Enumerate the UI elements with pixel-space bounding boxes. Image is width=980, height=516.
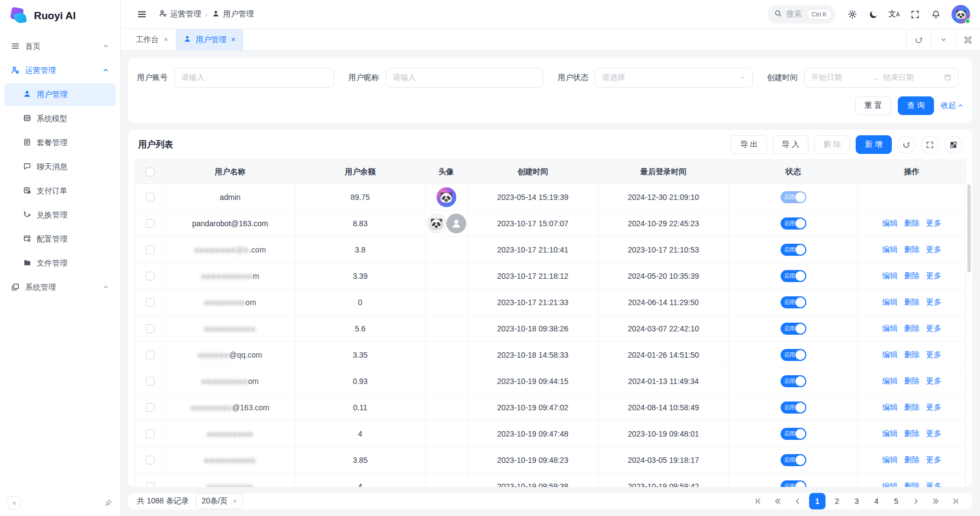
- delete-link[interactable]: 删除: [904, 455, 920, 465]
- account-input[interactable]: 请输入: [174, 68, 334, 88]
- delete-link[interactable]: 删除: [904, 376, 920, 386]
- settings-gear-icon[interactable]: [843, 5, 862, 24]
- status-toggle[interactable]: 启用: [781, 217, 806, 230]
- hamburger-menu-icon[interactable]: [133, 5, 151, 24]
- page-number-button[interactable]: 4: [868, 493, 885, 509]
- add-button[interactable]: 新 增: [856, 135, 892, 154]
- reset-button[interactable]: 重 置: [855, 96, 891, 115]
- notifications-bell-icon[interactable]: [926, 5, 945, 24]
- page-number-button[interactable]: 5: [888, 493, 904, 509]
- delete-link[interactable]: 删除: [904, 245, 920, 255]
- refresh-icon[interactable]: [906, 29, 931, 50]
- page-number-button[interactable]: 1: [809, 493, 826, 509]
- table-fullscreen-icon[interactable]: [921, 136, 939, 154]
- edit-link[interactable]: 编辑: [882, 455, 898, 465]
- column-settings-icon[interactable]: [944, 136, 962, 154]
- close-icon[interactable]: ✕: [231, 36, 236, 43]
- more-link[interactable]: 更多: [926, 297, 942, 307]
- page-number-button[interactable]: 3: [849, 493, 865, 509]
- row-checkbox[interactable]: [146, 245, 154, 254]
- import-button[interactable]: 导 入: [772, 135, 809, 154]
- breadcrumb-parent[interactable]: 运营管理: [159, 9, 201, 19]
- status-toggle[interactable]: 启用: [781, 454, 806, 466]
- delete-link[interactable]: 删除: [904, 350, 920, 360]
- status-select[interactable]: 请选择: [595, 68, 753, 88]
- edit-link[interactable]: 编辑: [882, 403, 898, 412]
- user-avatar[interactable]: 🐼: [952, 5, 970, 24]
- status-toggle[interactable]: 启用: [781, 296, 806, 308]
- sidebar-item-config-mgmt[interactable]: 配置管理: [4, 228, 116, 251]
- sidebar-item-user-mgmt[interactable]: 用户管理: [4, 83, 116, 106]
- date-range-picker[interactable]: 开始日期 → 结束日期: [804, 68, 959, 88]
- edit-link[interactable]: 编辑: [882, 429, 898, 439]
- search-button[interactable]: 查 询: [898, 96, 934, 115]
- sidebar-collapse-button[interactable]: «: [8, 496, 21, 509]
- sidebar-item-system-model[interactable]: 系统模型: [4, 107, 116, 130]
- row-checkbox[interactable]: [146, 403, 154, 412]
- more-link[interactable]: 更多: [926, 324, 942, 334]
- status-toggle[interactable]: 启用: [781, 191, 806, 203]
- sidebar-item-ops[interactable]: 运营管理: [4, 59, 116, 82]
- first-page-button[interactable]: [750, 493, 766, 509]
- delete-link[interactable]: 删除: [904, 324, 920, 334]
- row-checkbox[interactable]: [146, 272, 154, 280]
- prev-page-button[interactable]: [789, 493, 806, 509]
- delete-link[interactable]: 删除: [904, 297, 920, 307]
- more-link[interactable]: 更多: [926, 376, 942, 386]
- sidebar-item-exchange-mgmt[interactable]: 兑换管理: [4, 204, 116, 227]
- pin-icon[interactable]: [105, 499, 112, 507]
- global-search[interactable]: 搜索 Ctrl K: [767, 5, 836, 24]
- edit-link[interactable]: 编辑: [882, 245, 898, 255]
- more-link[interactable]: 更多: [926, 219, 942, 228]
- edit-link[interactable]: 编辑: [882, 271, 898, 281]
- brand[interactable]: Ruoyi AI: [0, 0, 120, 32]
- status-toggle[interactable]: 启用: [781, 428, 806, 440]
- delete-link[interactable]: 删除: [904, 271, 920, 281]
- more-link[interactable]: 更多: [926, 271, 942, 281]
- status-toggle[interactable]: 启用: [781, 323, 806, 335]
- row-checkbox[interactable]: [146, 482, 154, 488]
- more-link[interactable]: 更多: [926, 455, 942, 465]
- more-link[interactable]: 更多: [926, 481, 942, 488]
- more-link[interactable]: 更多: [926, 403, 942, 412]
- fullscreen-icon[interactable]: [906, 5, 924, 24]
- sidebar-item-file-mgmt[interactable]: 文件管理: [4, 252, 116, 275]
- status-toggle[interactable]: 启用: [781, 480, 806, 488]
- status-toggle[interactable]: 启用: [781, 244, 806, 256]
- delete-button[interactable]: 删 除: [814, 135, 850, 154]
- page-size-select[interactable]: 20条/页 ▼: [196, 493, 243, 509]
- table-scrollbar[interactable]: [967, 185, 971, 272]
- breadcrumb-current[interactable]: 用户管理: [212, 9, 254, 19]
- close-icon[interactable]: ✕: [163, 36, 168, 43]
- row-checkbox[interactable]: [146, 193, 154, 202]
- edit-link[interactable]: 编辑: [882, 376, 898, 386]
- status-toggle[interactable]: 启用: [781, 349, 806, 361]
- back-ten-pages-button[interactable]: [770, 493, 786, 509]
- delete-link[interactable]: 删除: [904, 403, 920, 412]
- row-checkbox[interactable]: [146, 456, 154, 465]
- select-all-checkbox[interactable]: [146, 168, 154, 176]
- delete-link[interactable]: 删除: [904, 219, 920, 228]
- last-page-button[interactable]: [947, 493, 964, 509]
- row-checkbox[interactable]: [146, 324, 154, 333]
- more-link[interactable]: 更多: [926, 245, 942, 255]
- sidebar-item-package-mgmt[interactable]: 套餐管理: [4, 131, 116, 154]
- forward-ten-pages-button[interactable]: [927, 493, 944, 509]
- refresh-icon[interactable]: [897, 136, 915, 154]
- status-toggle[interactable]: 启用: [781, 375, 806, 387]
- row-checkbox[interactable]: [146, 298, 154, 307]
- row-checkbox[interactable]: [146, 377, 154, 386]
- language-translate-icon[interactable]: 文A: [885, 5, 903, 24]
- sidebar-item-system[interactable]: 系统管理: [4, 276, 116, 299]
- edit-link[interactable]: 编辑: [882, 219, 898, 228]
- next-page-button[interactable]: [908, 493, 924, 509]
- status-toggle[interactable]: 启用: [781, 270, 806, 282]
- page-number-button[interactable]: 2: [829, 493, 845, 509]
- edit-link[interactable]: 编辑: [882, 297, 898, 307]
- row-checkbox[interactable]: [146, 429, 154, 438]
- delete-link[interactable]: 删除: [904, 481, 920, 488]
- row-checkbox[interactable]: [146, 219, 154, 228]
- row-checkbox[interactable]: [146, 351, 154, 359]
- tab-workbench[interactable]: 工作台 ✕: [128, 29, 176, 50]
- nickname-input[interactable]: 请输入: [386, 68, 543, 88]
